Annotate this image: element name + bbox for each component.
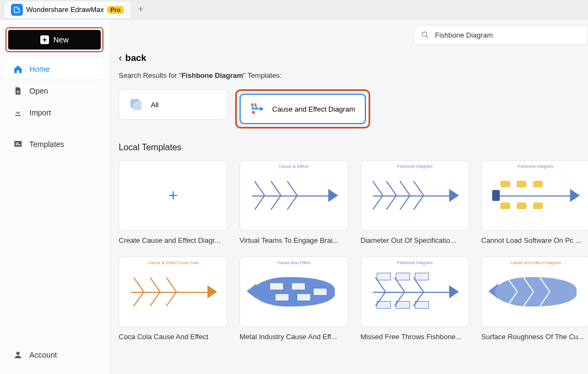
template-item[interactable]: Cause And Effect Metal Industry Cause An… <box>240 256 348 341</box>
pro-badge: Pro <box>107 6 124 14</box>
all-icon <box>129 97 143 112</box>
new-button-highlight: + New <box>5 27 103 52</box>
svg-point-6 <box>422 32 427 36</box>
template-label: Coca Cola Cause And Effect <box>119 333 228 341</box>
svg-line-13 <box>252 105 254 109</box>
template-create[interactable]: + Create Cause and Effect Diagr... <box>119 160 228 244</box>
titlebar: Wondershare EdrawMax Pro + <box>0 0 588 20</box>
svg-rect-2 <box>14 141 22 147</box>
app-name: Wondershare EdrawMax <box>26 5 104 14</box>
filter-highlight: Cause and Effect Diagram <box>235 89 370 128</box>
template-thumb[interactable]: Fishbone Diagram <box>360 160 469 231</box>
plus-icon: + <box>40 35 49 44</box>
results-line: Search Results for "Fishbone Diagram" Te… <box>119 71 588 79</box>
new-button-label: New <box>53 35 69 44</box>
template-label: Missed Free Throws Fishbone... <box>360 333 469 341</box>
svg-rect-17 <box>252 111 255 114</box>
svg-line-7 <box>426 36 428 38</box>
back-label: back <box>125 53 146 64</box>
add-tab-button[interactable]: + <box>138 4 144 15</box>
import-icon <box>13 108 23 118</box>
search-icon <box>421 30 430 39</box>
sidebar-item-import[interactable]: Import <box>5 102 103 123</box>
svg-point-5 <box>16 352 20 355</box>
template-thumb[interactable]: Cause and Effect Diagram <box>481 256 588 327</box>
section-local-templates: Local Templates <box>119 143 588 152</box>
template-label: Diameter Out Of Specificatio... <box>360 236 469 244</box>
template-item[interactable]: Fishbone Diagram Missed Free Throws Fish… <box>360 256 469 341</box>
home-icon <box>13 64 23 74</box>
account-icon <box>13 350 23 360</box>
sidebar-item-templates[interactable]: Templates <box>5 134 103 155</box>
filter-label: Cause and Effect Diagram <box>272 105 355 113</box>
sidebar-item-account[interactable]: Account <box>5 345 103 365</box>
template-thumb[interactable]: Fishbone Diagram <box>360 256 469 327</box>
template-label: Cannot Load Software On Pc ... <box>481 236 588 244</box>
filter-row: All Cause and Effect Diagram <box>119 89 588 128</box>
template-label: Surface Roughness Of The Cu... <box>481 333 588 341</box>
template-label: Virtual Teams To Engage Brai... <box>240 236 348 244</box>
search-box[interactable] <box>414 25 588 45</box>
template-label: Metal Industry Cause And Eff... <box>240 333 348 341</box>
sidebar-item-home[interactable]: Home <box>5 59 103 79</box>
filter-label: All <box>151 101 158 109</box>
template-item[interactable]: Cause & Effect Coca Cola Coca Cola Cause… <box>119 256 228 341</box>
sidebar: + New Home Open Import <box>0 20 109 374</box>
sidebar-item-label: Home <box>29 65 50 73</box>
template-thumb[interactable]: Cause And Effect <box>240 256 348 327</box>
file-icon <box>13 86 23 96</box>
app-tab[interactable]: Wondershare EdrawMax Pro <box>4 2 130 18</box>
svg-line-14 <box>255 105 257 109</box>
templates-icon <box>13 139 23 149</box>
svg-rect-16 <box>254 103 256 106</box>
new-button[interactable]: + New <box>8 30 101 50</box>
filter-all[interactable]: All <box>119 89 228 120</box>
template-item[interactable]: Cause & Effect: Virtual Teams To Engage … <box>240 160 348 244</box>
svg-marker-12 <box>260 107 264 111</box>
svg-rect-3 <box>16 143 19 144</box>
template-item[interactable]: Fishbone Diagram Cannot Load Software On… <box>481 160 588 244</box>
back-button[interactable]: ‹ back <box>119 52 588 64</box>
content-area: ‹ back Search Results for "Fishbone Diag… <box>109 20 588 374</box>
sidebar-item-label: Templates <box>29 140 64 149</box>
templates-grid: + Create Cause and Effect Diagr... Cause… <box>119 160 588 341</box>
template-thumb[interactable]: Cause & Effect Coca Cola <box>119 256 228 327</box>
chevron-left-icon: ‹ <box>119 52 122 64</box>
sidebar-item-label: Account <box>29 351 57 359</box>
template-item[interactable]: Cause and Effect Diagram Surface Roughne… <box>481 256 588 341</box>
template-label: Create Cause and Effect Diagr... <box>119 236 228 244</box>
sidebar-item-label: Import <box>29 108 51 117</box>
svg-rect-1 <box>17 92 20 93</box>
filter-cause-effect[interactable]: Cause and Effect Diagram <box>240 94 366 124</box>
template-item[interactable]: Fishbone Diagram Diameter Out Of Specifi… <box>360 160 469 244</box>
svg-point-10 <box>133 101 135 103</box>
app-logo-icon <box>11 4 23 16</box>
search-input[interactable] <box>435 31 581 39</box>
svg-rect-0 <box>17 91 20 91</box>
template-thumb[interactable]: Fishbone Diagram <box>481 160 588 231</box>
svg-rect-4 <box>16 144 21 145</box>
sidebar-item-open[interactable]: Open <box>5 81 103 101</box>
template-thumb[interactable]: Cause & Effect: <box>240 160 348 231</box>
create-thumb[interactable]: + <box>119 160 228 231</box>
cause-effect-icon <box>250 102 265 116</box>
svg-rect-15 <box>251 103 253 106</box>
sidebar-item-label: Open <box>29 87 48 95</box>
